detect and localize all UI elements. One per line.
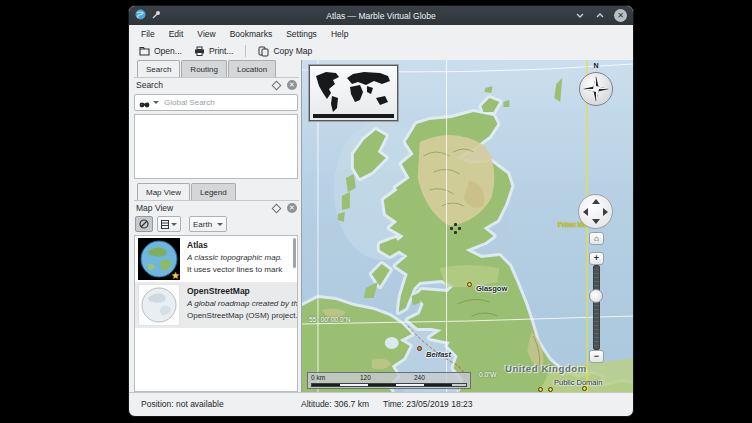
- zoom-out-button[interactable]: −: [589, 350, 604, 363]
- compass-icon: [579, 72, 613, 106]
- map-theme-desc: OpenStreetMap (OSM) project.: [187, 311, 294, 320]
- projection-button[interactable]: [157, 216, 181, 232]
- search-input[interactable]: [162, 97, 293, 108]
- globe-view-toggle[interactable]: [135, 216, 153, 232]
- open-button[interactable]: Open...: [139, 46, 182, 56]
- copy-map-button[interactable]: Copy Map: [258, 46, 312, 57]
- toolbar: Open... Print... Copy Map: [129, 42, 633, 60]
- toolbar-separator: [245, 45, 246, 57]
- menu-bookmarks[interactable]: Bookmarks: [230, 29, 273, 39]
- tab-search[interactable]: Search: [137, 60, 180, 77]
- map-canvas[interactable]: N Prime Meridian: [301, 60, 633, 392]
- zoom-slider-track[interactable]: [593, 265, 600, 350]
- latitude-grid-label: 55° 00' 00.0"N: [309, 316, 351, 323]
- copy-icon: [258, 46, 269, 57]
- list-view-icon: [161, 220, 169, 229]
- folder-icon: [139, 46, 150, 56]
- statusbar: Position: not available Altitude: 306.7 …: [129, 392, 633, 416]
- pin-icon[interactable]: [151, 10, 161, 22]
- longitude-grid-label: 0.0"W: [479, 371, 496, 378]
- search-dock-header: Search ✕: [134, 77, 299, 92]
- favorite-star-icon: ★: [171, 270, 180, 280]
- city-label-belfast: Belfast: [426, 343, 451, 361]
- menubar: File Edit View Bookmarks Settings Help: [129, 25, 633, 42]
- map-theme-name: Atlas: [187, 240, 282, 250]
- map-theme-name: OpenStreetMap: [187, 286, 294, 296]
- crosshair-icon: [450, 223, 461, 234]
- osm-thumbnail: [138, 284, 180, 326]
- status-altitude-value: 306.7 km: [334, 399, 369, 409]
- zoom-slider-handle[interactable]: [589, 289, 603, 303]
- maximize-button[interactable]: [594, 10, 606, 22]
- search-options-caret[interactable]: [153, 101, 159, 104]
- menu-edit[interactable]: Edit: [169, 29, 184, 39]
- tab-location[interactable]: Location: [228, 60, 276, 77]
- pan-up-arrow-icon: [592, 199, 600, 204]
- menu-help[interactable]: Help: [331, 29, 348, 39]
- globe-slash-icon: [139, 219, 149, 229]
- pan-down-arrow-icon: [592, 219, 600, 224]
- overview-world-map[interactable]: [309, 65, 398, 121]
- marble-window: Atlas — Marble Virtual Globe ✕ File Edit…: [128, 5, 634, 417]
- city-marker-glasgow[interactable]: [467, 282, 472, 287]
- search-dock-title: Search: [136, 80, 163, 90]
- zoom-in-button[interactable]: +: [589, 252, 604, 265]
- city-label-bradford: Bradford: [514, 389, 546, 392]
- status-altitude-label: Altitude:: [301, 399, 332, 409]
- titlebar[interactable]: Atlas — Marble Virtual Globe ✕: [129, 6, 633, 25]
- map-theme-desc: A global roadmap created by the: [187, 299, 294, 308]
- sidebar: Search Routing Location Search ✕: [129, 60, 301, 392]
- tab-legend[interactable]: Legend: [191, 183, 236, 200]
- atlas-thumbnail: ★: [138, 238, 180, 280]
- chevron-down-icon: [217, 223, 223, 226]
- map-theme-openstreetmap[interactable]: OpenStreetMap A global roadmap created b…: [135, 282, 297, 328]
- pan-left-arrow-icon: [583, 208, 588, 216]
- scale-zero-label: 0 km: [311, 374, 325, 381]
- map-theme-desc: A classic topographic map.: [187, 253, 282, 262]
- window-title: Atlas — Marble Virtual Globe: [129, 11, 633, 21]
- city-marker-belfast[interactable]: [417, 346, 422, 351]
- country-label: United Kingdom: [505, 363, 587, 374]
- home-button[interactable]: ⌂: [589, 232, 604, 245]
- map-theme-list[interactable]: ★ Atlas A classic topographic map. It us…: [134, 235, 298, 392]
- printer-icon: [194, 46, 205, 56]
- status-position: Position: not available: [141, 399, 224, 409]
- panel-top-tabs: Search Routing Location: [137, 60, 299, 77]
- pan-control[interactable]: [578, 194, 613, 229]
- city-label-leeds: Leeds: [552, 389, 574, 392]
- status-time: Time: 23/05/2019 18:23: [383, 399, 472, 409]
- minimize-button[interactable]: [574, 10, 586, 22]
- tab-routing[interactable]: Routing: [181, 60, 227, 77]
- city-label-glasgow: Glasgow: [476, 277, 507, 295]
- menu-view[interactable]: View: [197, 29, 215, 39]
- scale-max-label: 240: [414, 374, 425, 381]
- search-results-list[interactable]: [134, 114, 298, 179]
- float-dock-icon[interactable]: [272, 203, 282, 213]
- screen: Atlas — Marble Virtual Globe ✕ File Edit…: [0, 0, 752, 423]
- pan-right-arrow-icon: [603, 208, 608, 216]
- mapview-controls: Earth: [134, 215, 299, 235]
- scale-bar: 0 km 120 240: [307, 372, 471, 389]
- map-theme-desc: It uses vector lines to mark: [187, 265, 282, 274]
- menu-file[interactable]: File: [141, 29, 155, 39]
- close-dock-icon[interactable]: ✕: [287, 203, 297, 213]
- tab-map-view[interactable]: Map View: [137, 183, 190, 200]
- app-globe-icon: [135, 9, 146, 22]
- close-button[interactable]: ✕: [614, 9, 627, 22]
- close-dock-icon[interactable]: ✕: [287, 80, 297, 90]
- panel-bottom-tabs: Map View Legend: [137, 183, 299, 200]
- print-button[interactable]: Print...: [194, 46, 234, 56]
- scrollbar[interactable]: [293, 238, 296, 268]
- compass-north-label: N: [578, 62, 614, 69]
- search-field[interactable]: [134, 94, 298, 111]
- float-dock-icon[interactable]: [272, 80, 282, 90]
- scale-mid-label: 120: [360, 374, 371, 381]
- attribution-label: Public Domain: [554, 378, 602, 387]
- map-theme-atlas[interactable]: ★ Atlas A classic topographic map. It us…: [135, 236, 297, 282]
- binoculars-icon: [139, 94, 150, 112]
- scale-bar-segments: [311, 383, 467, 387]
- celestial-body-select[interactable]: Earth: [189, 216, 227, 232]
- city-label-hull: Hull: [588, 389, 602, 392]
- menu-settings[interactable]: Settings: [286, 29, 317, 39]
- chevron-down-icon: [171, 223, 177, 226]
